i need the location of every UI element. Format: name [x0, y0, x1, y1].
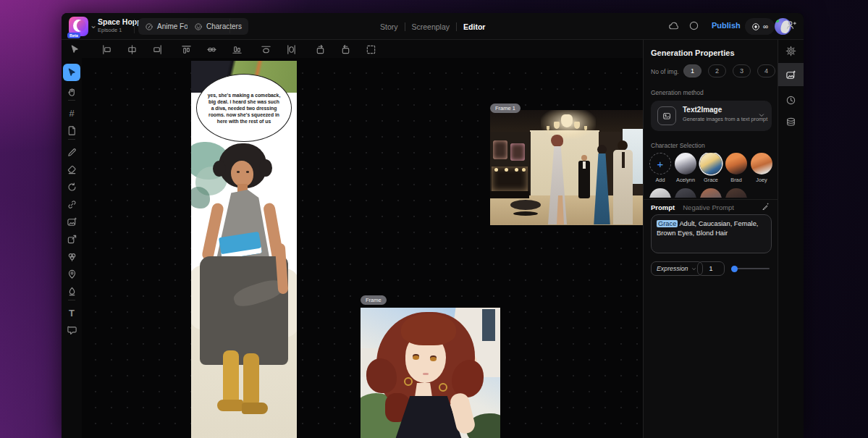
align-top-icon[interactable] — [257, 41, 274, 58]
settings-tool[interactable] — [783, 43, 799, 59]
character-avatar-partial[interactable] — [700, 188, 722, 198]
character-avatar-partial[interactable] — [725, 188, 747, 198]
invite-user-icon[interactable] — [785, 20, 796, 30]
prompt-character-chip[interactable]: Grace — [657, 220, 678, 227]
frame2-image[interactable] — [361, 308, 500, 438]
stool — [510, 200, 541, 210]
distribute-bottom-icon[interactable] — [228, 41, 245, 58]
generation-properties-panel: Generation Properties No of img. 1 2 3 4… — [643, 40, 778, 438]
history-tool[interactable] — [783, 92, 799, 109]
tab-editor[interactable]: Editor — [463, 22, 485, 31]
plus-icon: + — [649, 153, 671, 174]
chandelier — [561, 114, 573, 127]
link-tool[interactable] — [63, 195, 80, 213]
character-brad[interactable]: Brad — [724, 153, 749, 183]
select-tool-icon[interactable] — [66, 41, 83, 58]
credits-button[interactable]: ∞ — [745, 18, 775, 35]
select-tool[interactable] — [63, 64, 80, 81]
align-center-horizontal-icon[interactable] — [123, 41, 140, 58]
pan-tool[interactable] — [63, 83, 80, 101]
app-logo[interactable]: Beta — [69, 17, 88, 36]
gold-earring — [439, 383, 447, 392]
status-circle-icon[interactable] — [688, 20, 699, 31]
comic-page-panel[interactable]: yes, she's making a comeback, big deal. … — [191, 61, 297, 438]
text2image-icon — [657, 106, 676, 125]
record-diamond-icon — [751, 22, 760, 31]
img-count-4[interactable]: 4 — [757, 64, 775, 77]
character-avatar-partial[interactable] — [649, 188, 671, 198]
cloud-sync-icon[interactable] — [668, 20, 679, 31]
tux-shirt — [583, 161, 586, 169]
generation-method-dropdown[interactable]: Text2Image Generate images from a text p… — [651, 101, 772, 131]
distribute-top-icon[interactable] — [177, 41, 195, 58]
eraser-tool[interactable] — [63, 161, 80, 178]
character-avatar-partial[interactable] — [675, 188, 696, 198]
character-acelynn[interactable]: Acelynn — [673, 153, 698, 183]
vanity-portrait — [510, 143, 525, 161]
expression-weight-value[interactable]: 1 — [697, 261, 725, 276]
align-right-icon[interactable] — [148, 41, 166, 58]
panel-title: Generation Properties — [651, 49, 735, 57]
character-joey[interactable]: Joey — [749, 153, 774, 183]
character-pin-tool[interactable] — [63, 265, 80, 282]
expression-dropdown[interactable]: Expression — [651, 261, 703, 276]
tab-prompt[interactable]: Prompt — [651, 203, 675, 211]
img-count-2[interactable]: 2 — [708, 64, 726, 77]
regenerate-tool[interactable] — [63, 178, 80, 195]
pose-drop-tool[interactable] — [63, 282, 80, 300]
divider — [134, 19, 135, 33]
prompt-input[interactable]: Grace Adult, Caucasian, Female, Brown Ey… — [651, 214, 772, 253]
chevron-down-icon — [691, 266, 697, 272]
slider-handle[interactable] — [731, 266, 738, 272]
avatar — [725, 153, 747, 174]
speech-bubble-tool[interactable] — [63, 321, 80, 339]
generation-tool-selected[interactable] — [778, 63, 804, 86]
frame1-label[interactable]: Frame 1 — [490, 104, 521, 113]
tab-story[interactable]: Story — [380, 22, 398, 31]
tab-negative-prompt[interactable]: Negative Prompt — [683, 203, 734, 211]
eye-right — [430, 357, 437, 361]
tab-screenplay[interactable]: Screenplay — [412, 22, 450, 31]
figure-eye — [246, 171, 249, 173]
editor-canvas[interactable]: yes, she's making a comeback, big deal. … — [82, 58, 643, 438]
layers-tool[interactable] — [783, 114, 799, 130]
export-tool[interactable] — [63, 230, 80, 248]
text-tool[interactable]: T — [63, 304, 80, 321]
img-count-3[interactable]: 3 — [733, 64, 751, 77]
figure-hair-curl — [213, 161, 226, 177]
page-tool[interactable] — [63, 122, 80, 139]
divider — [644, 199, 779, 200]
img-count-1[interactable]: 1 — [683, 64, 701, 77]
character-list: + Add Acelynn Grace Brad Joey — [646, 153, 776, 198]
woman-silver-head — [551, 135, 563, 147]
blue-dress-head — [597, 145, 607, 154]
mode-tabs: Story Screenplay Editor — [380, 13, 485, 40]
characters-button[interactable]: Characters — [187, 18, 248, 35]
speech-bubble[interactable]: yes, she's making a comeback, big deal. … — [196, 74, 292, 142]
tux-man-head — [581, 155, 587, 161]
rotate-left-icon[interactable] — [337, 41, 354, 58]
frame1-image[interactable] — [490, 110, 643, 225]
logo-crescent-icon — [73, 20, 84, 32]
generation-method-label: Generation method — [651, 89, 704, 96]
suit-man-head — [618, 140, 628, 151]
distribute-middle-icon[interactable] — [203, 41, 220, 58]
shapes-tool[interactable] — [63, 248, 80, 265]
publish-button[interactable]: Publish — [712, 21, 741, 30]
draw-tool[interactable] — [63, 143, 80, 161]
vanity-portrait — [493, 140, 507, 159]
project-chevron-down-icon[interactable]: ⌄ — [90, 21, 97, 30]
magic-pen-icon[interactable] — [762, 202, 770, 211]
frame2-label[interactable]: Frame — [361, 295, 387, 305]
expression-weight-slider[interactable] — [732, 268, 770, 269]
align-center-vertical-icon[interactable] — [282, 41, 300, 58]
generate-image-tool[interactable] — [63, 213, 80, 230]
frame-grid-tool[interactable]: # — [63, 104, 80, 122]
rotate-right-icon[interactable] — [311, 41, 329, 58]
character-grace[interactable]: Grace — [699, 153, 723, 183]
divider — [405, 22, 405, 31]
align-left-icon[interactable] — [98, 41, 115, 58]
app-window: Beta ⌄ Space Hopper Episode 1 Anime Forg… — [62, 13, 804, 438]
character-add[interactable]: + Add — [648, 153, 673, 183]
marquee-select-icon[interactable] — [362, 41, 379, 58]
